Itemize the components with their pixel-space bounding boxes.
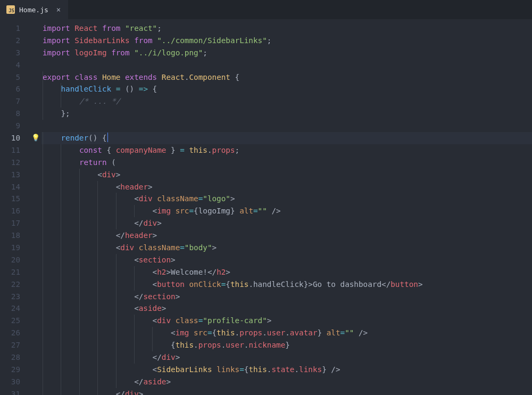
indent-guide [61,351,61,364]
tab-home-js[interactable]: JS Home.js × [0,0,68,19]
code-line[interactable]: return ( [41,157,532,169]
indent-guide [43,95,43,108]
indent-guide [116,302,117,315]
indent-guide [97,315,98,327]
line-number: 20 [0,254,30,266]
indent-guide [61,278,61,291]
indent-guide [79,229,80,242]
indent-guide [43,169,43,181]
indent-guide [116,339,117,351]
code-line[interactable]: <header> [41,181,532,193]
indent-guide [61,364,61,376]
line-number: 26 [0,327,30,339]
code-line[interactable]: const { companyName } = this.props; [41,144,532,157]
indent-guide [116,315,117,327]
line-number: 1 [0,22,30,35]
indent-guide [61,388,61,395]
code-line[interactable]: render() { [41,132,532,144]
code-line[interactable]: </div> [41,388,532,395]
code-line[interactable]: }; [41,108,532,120]
indent-guide [116,205,117,217]
code-line[interactable]: import SidebarLinks from "../common/Side… [41,35,532,47]
line-number: 27 [0,339,30,351]
code-line[interactable]: <h2>Welcome!</h2> [41,266,532,278]
tab-label: Home.js [19,6,48,14]
line-number: 30 [0,376,30,388]
indent-guide [97,376,98,388]
indent-guide [79,291,80,303]
code-line[interactable]: <img src={logoImg} alt="" /> [41,205,532,217]
indent-guide [97,291,98,303]
code-line[interactable]: </header> [41,229,532,242]
indent-guide [43,376,43,388]
indent-guide [43,302,43,315]
indent-guide [61,157,61,169]
line-number: 23 [0,291,30,303]
indent-guide [43,83,43,95]
indent-guide [43,388,43,395]
lightbulb-icon[interactable]: 💡 [31,132,40,144]
code-line[interactable]: export class Home extends React.Componen… [41,71,532,84]
line-number: 5 [0,71,30,84]
code-line[interactable]: <button onClick={this.handleClick}>Go to… [41,278,532,291]
indent-guide [43,339,43,351]
indent-guide [134,339,135,351]
indent-guide [116,254,117,266]
code-line[interactable]: <aside> [41,302,532,315]
line-number-gutter: 1234567891011121314151617181920212223242… [0,19,30,395]
indent-guide [61,193,61,205]
indent-guide [43,315,43,327]
line-number: 28 [0,351,30,364]
line-number: 17 [0,217,30,229]
code-line[interactable]: <div class="profile-card"> [41,315,532,327]
indent-guide [43,351,43,364]
code-line[interactable]: <div> [41,169,532,181]
indent-guide [97,193,98,205]
indent-guide [97,388,98,395]
editor[interactable]: 1234567891011121314151617181920212223242… [0,19,532,395]
code-line[interactable] [41,59,532,71]
code-line[interactable]: <div className="body"> [41,242,532,254]
indent-guide [116,364,117,376]
line-number: 9 [0,120,30,132]
code-line[interactable]: <img src={this.props.user.avatar} alt=""… [41,327,532,339]
indent-guide [152,339,153,351]
indent-guide [116,193,117,205]
code-line[interactable]: <section> [41,254,532,266]
code-line[interactable]: <div className="logo"> [41,193,532,205]
indent-guide [79,217,80,229]
indent-guide [61,144,61,157]
indent-guide [79,266,80,278]
indent-guide [134,351,135,364]
code-line[interactable]: </div> [41,351,532,364]
code-line[interactable]: <SidebarLinks links={this.state.links} /… [41,364,532,376]
indent-guide [79,315,80,327]
code-line[interactable]: </div> [41,217,532,229]
indent-guide [61,315,61,327]
indent-guide [43,193,43,205]
code-line[interactable]: import logoImg from "../i/logo.png"; [41,47,532,59]
code-line[interactable]: /* ... */ [41,95,532,108]
indent-guide [79,278,80,291]
indent-guide [79,302,80,315]
indent-guide [134,315,135,327]
line-number: 29 [0,364,30,376]
indent-guide [61,376,61,388]
indent-guide [43,157,43,169]
line-number: 22 [0,278,30,291]
indent-guide [116,351,117,364]
code-area[interactable]: import React from "react";import Sidebar… [41,19,532,395]
code-line[interactable]: import React from "react"; [41,22,532,35]
code-line[interactable]: {this.props.user.nickname} [41,339,532,351]
line-number: 8 [0,108,30,120]
indent-guide [79,327,80,339]
indent-guide [79,376,80,388]
indent-guide [116,291,117,303]
code-line[interactable]: </section> [41,291,532,303]
code-line[interactable]: </aside> [41,376,532,388]
indent-guide [97,242,98,254]
close-icon[interactable]: × [54,5,63,14]
tab-bar: JS Home.js × [0,0,532,19]
code-line[interactable] [41,120,532,132]
code-line[interactable]: handleClick = () => { [41,83,532,95]
